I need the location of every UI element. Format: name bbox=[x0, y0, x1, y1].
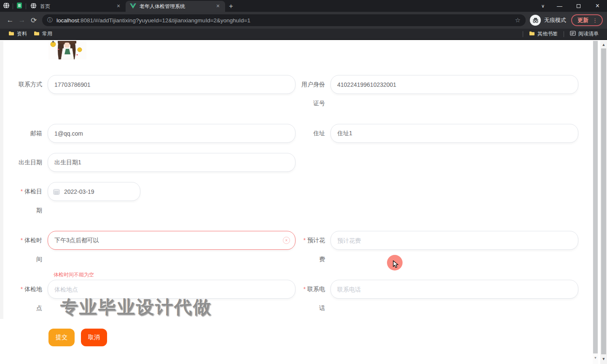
globe-icon bbox=[30, 3, 37, 10]
tab-active[interactable]: 老年人体检管理系统 × bbox=[126, 1, 225, 12]
form-item-birth-date: 出生日期 bbox=[17, 153, 295, 172]
form-item-phone: 联系电话 bbox=[299, 280, 578, 318]
close-window-button[interactable]: × bbox=[588, 0, 607, 12]
tab-search-chevron-icon[interactable]: ∨ bbox=[536, 3, 550, 9]
submit-button[interactable]: 提交 bbox=[48, 329, 75, 346]
email-label: 邮箱 bbox=[17, 124, 42, 143]
bookmark-folder-ziliao[interactable]: 资料 bbox=[5, 29, 30, 39]
cancel-button[interactable]: 取消 bbox=[81, 329, 107, 346]
incognito-icon bbox=[530, 15, 541, 26]
globe-icon bbox=[3, 2, 10, 11]
folder-icon bbox=[529, 31, 535, 37]
phone-label: 联系电话 bbox=[299, 280, 325, 318]
reading-list-icon bbox=[570, 31, 576, 37]
birth-date-label: 出生日期 bbox=[17, 153, 42, 172]
check-date-input[interactable] bbox=[48, 182, 140, 201]
tab-title: 首页 bbox=[40, 3, 115, 10]
watermark-text: 专业毕业设计代做 bbox=[60, 295, 212, 319]
reload-icon[interactable]: ⟳ bbox=[28, 14, 40, 26]
contact-input[interactable] bbox=[48, 75, 295, 94]
folder-icon bbox=[34, 31, 40, 37]
maximize-icon bbox=[577, 4, 580, 8]
inner-scrollbar[interactable]: ▼ bbox=[593, 41, 598, 364]
site-info-icon[interactable]: ⓘ bbox=[47, 16, 53, 24]
address-bar[interactable]: ⓘ localhost :8081/#/addTijiantixing?yuyu… bbox=[42, 14, 526, 26]
place-label: 体检地点 bbox=[17, 280, 42, 318]
new-tab-button[interactable]: + bbox=[225, 1, 237, 12]
browser-menu-icon[interactable]: ⋮ bbox=[592, 17, 598, 24]
form-item-email: 邮箱 bbox=[17, 124, 295, 143]
mouse-cursor-icon bbox=[393, 260, 400, 270]
bookmark-folder-changyong[interactable]: 常用 bbox=[30, 29, 56, 39]
address-label: 住址 bbox=[299, 124, 325, 143]
update-label: 更新 bbox=[577, 16, 588, 24]
contact-label: 联系方式 bbox=[17, 75, 42, 94]
url-host: localhost bbox=[56, 17, 79, 24]
form-item-check-time: 体检时间 × 体检时间不能为空 bbox=[17, 231, 295, 269]
vue-logo-icon bbox=[130, 3, 136, 10]
scroll-down-icon[interactable]: ▼ bbox=[593, 356, 598, 360]
check-time-label: 体检时间 bbox=[17, 231, 42, 269]
email-input[interactable] bbox=[48, 124, 295, 143]
avatar-image bbox=[48, 41, 86, 59]
inner-scrollbar-thumb[interactable] bbox=[593, 41, 598, 353]
page-left-edge bbox=[0, 41, 3, 319]
url-path: :8081/#/addTijiantixing?yuyueId=12&tijia… bbox=[79, 17, 250, 24]
phone-input[interactable] bbox=[330, 280, 578, 299]
check-time-input[interactable] bbox=[48, 231, 295, 250]
forward-icon[interactable]: → bbox=[16, 14, 28, 26]
close-tab-icon[interactable]: × bbox=[115, 3, 122, 10]
bookmark-separator bbox=[523, 31, 523, 37]
bookmark-star-icon[interactable]: ☆ bbox=[515, 16, 521, 24]
bookmarks-bar: 资料 常用 其他书签 阅读清单 bbox=[0, 29, 607, 40]
incognito-label: 无痕模式 bbox=[544, 16, 566, 24]
scroll-up-icon[interactable]: ▲ bbox=[600, 43, 607, 47]
close-tab-icon[interactable]: × bbox=[214, 3, 222, 10]
bookmark-label: 常用 bbox=[42, 30, 52, 37]
cost-input[interactable] bbox=[330, 231, 578, 250]
bookmarks-right: 其他书签 阅读清单 bbox=[520, 29, 602, 39]
page-content: 联系方式 用户身份证号 邮箱 住址 出生日期 体检日期 体检时间 × bbox=[0, 41, 607, 364]
back-icon[interactable]: ← bbox=[4, 14, 16, 26]
clear-input-icon[interactable]: × bbox=[283, 237, 290, 244]
check-time-error: 体检时间不能为空 bbox=[54, 271, 94, 278]
cost-label: 预计花费 bbox=[299, 231, 325, 269]
calendar-icon bbox=[54, 189, 59, 194]
folder-icon bbox=[8, 31, 14, 37]
browser-scrollbar-thumb[interactable] bbox=[601, 48, 606, 354]
form-buttons: 提交 取消 bbox=[48, 329, 107, 346]
id-card-label: 用户身份证号 bbox=[299, 75, 325, 113]
address-input[interactable] bbox=[330, 124, 578, 143]
bookmark-separator bbox=[564, 31, 564, 37]
pinned-tab-globe[interactable] bbox=[0, 1, 13, 12]
browser-tab-strip: 首页 × 老年人体检管理系统 × + ∨ — × bbox=[0, 0, 607, 12]
form-item-id-card: 用户身份证号 bbox=[299, 75, 578, 113]
update-button[interactable]: 更新 ⋮ bbox=[571, 14, 603, 26]
maximize-button[interactable] bbox=[569, 0, 588, 12]
reading-list-label: 阅读清单 bbox=[578, 30, 599, 37]
scroll-down-icon[interactable]: ▼ bbox=[600, 357, 607, 361]
reading-list-button[interactable]: 阅读清单 bbox=[567, 29, 602, 39]
browser-toolbar: ← → ⟳ ⓘ localhost :8081/#/addTijiantixin… bbox=[0, 12, 607, 29]
green-sheet-icon bbox=[16, 2, 22, 11]
tab-home[interactable]: 首页 × bbox=[26, 1, 126, 12]
id-card-input[interactable] bbox=[330, 75, 578, 94]
other-bookmarks-button[interactable]: 其他书签 bbox=[526, 29, 561, 39]
other-bookmarks-label: 其他书签 bbox=[537, 30, 558, 37]
form-item-address: 住址 bbox=[299, 124, 578, 143]
browser-scrollbar[interactable]: ▲ ▼ bbox=[600, 41, 607, 364]
form-item-cost: 预计花费 bbox=[299, 231, 578, 269]
minimize-button[interactable]: — bbox=[550, 0, 569, 12]
window-controls: ∨ — × bbox=[536, 0, 607, 12]
form-item-check-date: 体检日期 bbox=[17, 182, 140, 220]
check-date-label: 体检日期 bbox=[17, 182, 42, 220]
tab-title: 老年人体检管理系统 bbox=[140, 3, 214, 10]
pinned-tab-sheet[interactable] bbox=[13, 1, 26, 12]
bookmark-label: 资料 bbox=[17, 30, 27, 37]
birth-date-input[interactable] bbox=[48, 153, 295, 172]
form-item-contact: 联系方式 bbox=[17, 75, 295, 94]
